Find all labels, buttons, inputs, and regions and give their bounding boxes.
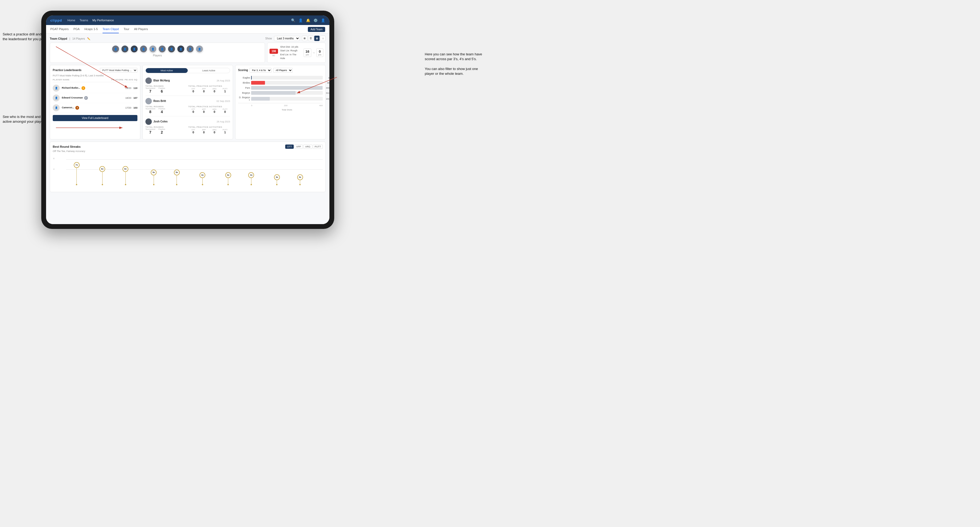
player-avatar-2[interactable]: 👤: [121, 45, 129, 53]
least-active-tab[interactable]: Least Active: [188, 68, 230, 73]
lb-info-1: Richard Butler... 1: [62, 86, 123, 90]
streak-dot-3x-1: [276, 184, 277, 185]
tournament-stat-1: Tournament 7: [145, 87, 155, 94]
putt-act-2: PUTT0: [220, 108, 230, 113]
streak-pin-3x-1: 3x: [274, 174, 280, 185]
rounds-row-1: Tournament 7 Practice 6: [145, 87, 187, 94]
search-icon[interactable]: 🔍: [291, 18, 295, 22]
players-card: 👤 👤 👤 👤 👤 👤 👤 👤 👤 👤 Players: [50, 43, 265, 63]
nav-logo: clippd: [50, 18, 62, 22]
player-avatar-10[interactable]: 👤: [196, 45, 204, 53]
nav-link-teams[interactable]: Teams: [80, 19, 88, 22]
streak-circle-4x-2: 4x: [225, 172, 231, 178]
streaks-chart: 6 4 7x 6x: [66, 155, 323, 189]
eagles-value: 3: [328, 76, 329, 79]
streak-circle-4x-3: 4x: [248, 172, 254, 178]
add-team-button[interactable]: Add Team: [308, 27, 325, 32]
birdies-bar-container: 96: [251, 81, 323, 85]
player-filter-select[interactable]: All Players: [273, 68, 293, 73]
streak-circle-5x-2: 5x: [174, 170, 180, 175]
eagles-bar: [251, 76, 252, 79]
drill-select[interactable]: PUTT Must Make Putting ...: [100, 68, 137, 73]
app-act-1: APP0: [199, 88, 209, 93]
subnav-team-clippd[interactable]: Team Clippd: [103, 25, 119, 33]
yds-left-box: 16 yds: [304, 48, 311, 57]
pa-avatar-1: [145, 78, 152, 84]
view-card-icon[interactable]: ▦: [314, 36, 320, 41]
team-count: 14 Players: [72, 37, 85, 40]
tournament-val-3: 7: [145, 130, 155, 135]
pa-date-3: 26 Aug 2023: [216, 120, 230, 123]
pa-name-2: Rees Britt: [153, 100, 215, 103]
lb-score-3: 17/20: [125, 106, 131, 109]
x-label-400: 400: [319, 104, 323, 107]
y-label-4: 4: [53, 168, 54, 170]
par-filter-select[interactable]: Par 3, 4 & 5s: [250, 68, 272, 73]
player-avatar-4[interactable]: 👤: [140, 45, 148, 53]
lb-badge-gold: 1: [81, 86, 85, 90]
subnav-pga[interactable]: PGA: [73, 25, 80, 33]
putt-filter-button[interactable]: PUTT: [313, 144, 323, 149]
bogeys-bar-container: 311: [251, 91, 323, 95]
rounds-row-3: Tournament 7 Practice 2: [145, 128, 187, 135]
app-filter-button[interactable]: APP: [294, 144, 303, 149]
table-row: 👤 Cameron... 3 17/20 103: [53, 103, 137, 113]
view-list-icon[interactable]: ☰: [308, 36, 313, 41]
streak-dot-5x-2: [176, 184, 177, 185]
player-avatar-1[interactable]: 👤: [111, 45, 119, 53]
practice-acts-2: OTT0 APP0 ARG0 PUTT0: [188, 108, 230, 113]
view-sort-icon[interactable]: ↕: [320, 36, 326, 41]
view-grid-icon[interactable]: ⊞: [302, 36, 307, 41]
streak-dot-6x-2: [125, 184, 126, 185]
player-avatar-3[interactable]: 👤: [130, 45, 138, 53]
team-name: Team Clippd: [50, 37, 67, 40]
ott-filter-button[interactable]: OTT: [285, 144, 294, 149]
lb-avatar-3: 👤: [53, 104, 60, 111]
subnav-hcaps[interactable]: Hcaps 1-5: [84, 25, 98, 33]
player-avatar-8[interactable]: 👤: [177, 45, 185, 53]
person-icon[interactable]: 👤: [299, 18, 303, 22]
arg-act-1: ARG0: [210, 88, 220, 93]
drill-subtitle: PUTT Must Make Putting (3-6 ft), Last 3 …: [53, 74, 137, 77]
view-full-leaderboard-button[interactable]: View Full Leaderboard: [53, 115, 137, 121]
date-range-select[interactable]: Last 3 months Last 6 months Last year: [274, 36, 300, 41]
subnav-tour[interactable]: Tour: [124, 25, 129, 33]
dbogeys-label: D. Bogeys +: [238, 96, 250, 102]
three-col-grid: Practice Leaderboards PUTT Must Make Put…: [50, 65, 326, 140]
practice-acts-1: OTT0 APP0 ARG0 PUTT1: [188, 88, 230, 93]
lb-avatar-1: 👤: [53, 85, 60, 92]
player-avatar-9[interactable]: 👤: [186, 45, 194, 53]
dbogeys-value: 131: [326, 97, 329, 100]
lb-avatar-2: 👤: [53, 94, 60, 102]
x-label-200: 200: [284, 104, 287, 107]
nav-link-performance[interactable]: My Performance: [92, 19, 114, 22]
practice-activities-group-2: Total Practice Activities OTT0 APP0 ARG0…: [188, 105, 230, 114]
col-player-header: PLAYER NAME: [53, 78, 110, 81]
tournament-label-1: Tournament: [145, 87, 155, 89]
pa-date-1: 26 Aug 2023: [216, 79, 230, 82]
most-active-tab[interactable]: Most Active: [146, 68, 188, 73]
avatar-icon[interactable]: 👤: [321, 18, 325, 22]
total-rounds-label-1: Total Rounds: [145, 85, 187, 87]
shot-badge-label: SC: [269, 54, 278, 57]
streak-dot-7x: [76, 184, 77, 185]
practice-val-2: 4: [158, 110, 165, 114]
streak-pin-5x-1: 5x: [151, 170, 157, 185]
streak-pin-4x-2: 4x: [225, 172, 231, 185]
player-avatar-6[interactable]: 👤: [158, 45, 166, 53]
y-label-6: 6: [53, 157, 54, 160]
player-avatar-5[interactable]: 👤: [149, 45, 157, 53]
subnav-pgat[interactable]: PGAT Players: [50, 25, 69, 33]
pars-value: 499: [326, 86, 329, 89]
total-shots-label: Total Shots: [282, 109, 293, 111]
subnav-all-players[interactable]: All Players: [134, 25, 148, 33]
streak-pin-5x-2: 5x: [174, 170, 180, 185]
bell-icon[interactable]: 🔔: [306, 18, 310, 22]
tournament-val-1: 7: [145, 89, 155, 94]
arg-filter-button[interactable]: ARG: [303, 144, 312, 149]
settings-icon[interactable]: ⚙️: [313, 18, 318, 22]
shot-badge: 198: [269, 49, 278, 54]
player-avatar-7[interactable]: 👤: [167, 45, 175, 53]
pa-name-3: Josh Coles: [153, 120, 215, 123]
nav-link-home[interactable]: Home: [67, 19, 75, 22]
